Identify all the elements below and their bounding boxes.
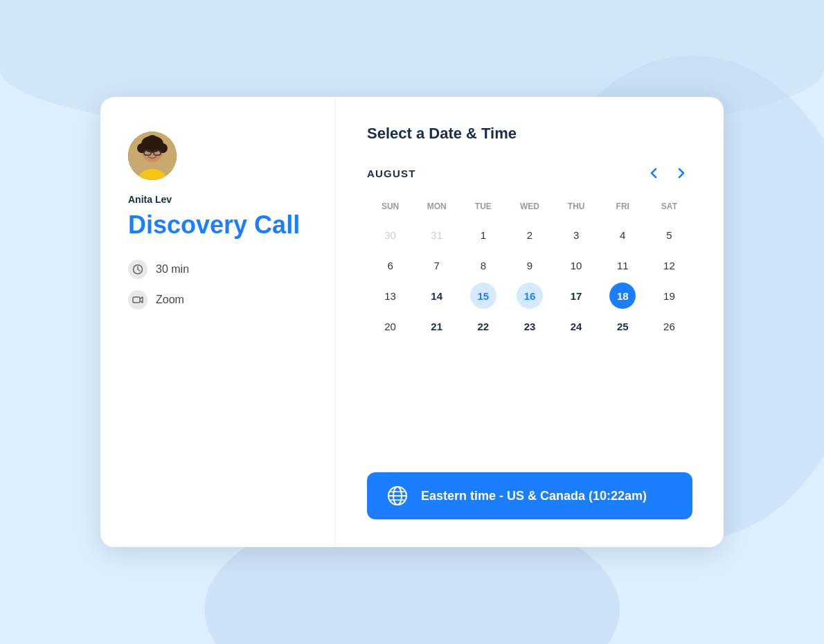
calendar-day: 12: [656, 252, 682, 278]
left-panel: Anita Lev Discovery Call 30 min Zoom: [100, 97, 336, 547]
calendar-day[interactable]: 24: [563, 313, 589, 339]
right-panel: Select a Date & Time AUGUST: [336, 97, 724, 547]
host-name: Anita Lev: [128, 194, 307, 205]
nav-buttons: [643, 162, 692, 184]
calendar-day[interactable]: 17: [563, 283, 589, 309]
day-header-wed: WED: [506, 198, 553, 215]
calendar-day: 20: [377, 313, 404, 339]
calendar-day: 19: [656, 283, 682, 309]
timezone-bar[interactable]: Eastern time - US & Canada (10:22am): [367, 472, 692, 519]
clock-icon: [128, 260, 147, 279]
timezone-label: Eastern time - US & Canada (10:22am): [421, 489, 647, 503]
calendar-day: 30: [377, 222, 404, 248]
calendar-day: 4: [609, 222, 636, 248]
event-title: Discovery Call: [128, 211, 307, 239]
calendar-day: 31: [424, 222, 450, 248]
calendar-day: 8: [470, 252, 496, 278]
calendar-day: 9: [517, 252, 543, 278]
day-header-sun: SUN: [367, 198, 413, 215]
days-grid: 3031123456789101112131415161718192021222…: [367, 222, 692, 339]
calendar-day: 2: [517, 222, 543, 248]
duration-detail: 30 min: [128, 260, 307, 279]
zoom-detail: Zoom: [128, 290, 307, 310]
avatar: [128, 132, 177, 180]
day-header-sat: SAT: [646, 198, 692, 215]
calendar-day: 26: [656, 313, 682, 339]
calendar-day[interactable]: 15: [470, 283, 496, 309]
calendar-day: 13: [377, 283, 404, 309]
calendar-day[interactable]: 14: [424, 283, 450, 309]
next-month-button[interactable]: [670, 162, 692, 184]
calendar-day: 5: [656, 222, 682, 248]
calendar-day: 1: [470, 222, 496, 248]
duration-text: 30 min: [156, 263, 189, 276]
prev-month-button[interactable]: [643, 162, 665, 184]
svg-point-8: [154, 138, 163, 147]
calendar-day: 11: [609, 252, 636, 278]
booking-card: Anita Lev Discovery Call 30 min Zoom: [100, 97, 724, 547]
day-header-tue: TUE: [460, 198, 506, 215]
calendar-day: 6: [377, 252, 404, 278]
calendar-day[interactable]: 16: [517, 283, 543, 309]
calendar-header: AUGUST: [367, 162, 692, 184]
calendar-day[interactable]: 21: [424, 313, 450, 339]
calendar-day: 10: [563, 252, 589, 278]
zoom-text: Zoom: [156, 294, 184, 306]
svg-rect-13: [133, 297, 140, 303]
calendar-day: 7: [424, 252, 450, 278]
month-label: AUGUST: [367, 168, 416, 179]
calendar-day[interactable]: 18: [609, 283, 636, 309]
day-header-thu: THU: [553, 198, 600, 215]
day-header-mon: MON: [413, 198, 460, 215]
calendar-day[interactable]: 25: [609, 313, 636, 339]
calendar-day: 3: [563, 222, 589, 248]
section-title: Select a Date & Time: [367, 125, 692, 143]
video-icon: [128, 290, 147, 310]
globe-icon: [386, 485, 409, 507]
day-header-fri: FRI: [600, 198, 646, 215]
calendar-day[interactable]: 22: [470, 313, 496, 339]
day-headers: SUN MON TUE WED THU FRI SAT: [367, 198, 692, 215]
calendar: AUGUST SUN MON TU: [367, 162, 692, 339]
svg-point-7: [142, 138, 150, 147]
calendar-day[interactable]: 23: [517, 313, 543, 339]
